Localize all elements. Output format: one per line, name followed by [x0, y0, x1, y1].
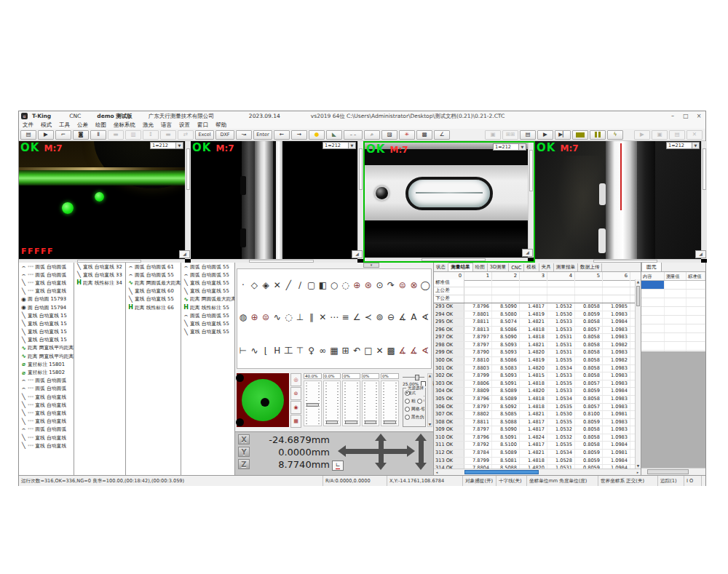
tool-angle-dim-3-icon[interactable]: ∢ — [420, 346, 430, 356]
feature-item[interactable]: ╲直线 自动直线 15 — [19, 319, 74, 327]
camera-3-vscrollbar[interactable] — [528, 143, 534, 258]
feature-item[interactable]: ╲***直线 自动直线 — [19, 418, 74, 426]
tool-intersection-icon[interactable]: ✕ — [272, 280, 282, 290]
feature-item[interactable]: ◉圆 自动圆 15794 — [19, 303, 74, 311]
tool-circle-move-auto-icon[interactable]: ⊗ — [408, 280, 419, 290]
tool-point-icon[interactable]: · — [238, 280, 248, 290]
feature-item[interactable]: ╲直线 自动直线 60 — [126, 287, 181, 295]
feature-item[interactable]: ╲***直线 自动直线 — [19, 442, 74, 450]
table-row[interactable]: 306 OK7.87978.50921.48181.05350.80571.09… — [434, 404, 635, 412]
tab-夹具[interactable]: 夹具 — [539, 263, 554, 271]
feature-item[interactable]: ╲***直线 自动直线 — [19, 287, 74, 295]
tool-arc-icon[interactable]: ↷ — [386, 280, 396, 290]
menu-item-窗口[interactable]: 窗口 — [194, 121, 212, 129]
feature-item[interactable]: ╲直线 自动直线 55 — [126, 295, 181, 303]
tool-circle-move-icon[interactable]: ⊜ — [397, 280, 408, 290]
scroll-up-icon[interactable]: ▲ — [636, 279, 641, 284]
feature-item[interactable]: ⌀直径标注 15801 — [19, 360, 74, 368]
scroll-thumb[interactable] — [529, 150, 533, 191]
camera-3-hscrollbar[interactable] — [365, 258, 528, 261]
slider-thumb[interactable] — [306, 403, 319, 407]
tool-line-icon[interactable]: ╱ — [283, 280, 293, 290]
table-row[interactable]: 298 OK7.87978.50931.48211.05310.80581.09… — [434, 342, 635, 350]
camera-1-vscrollbar[interactable] — [185, 141, 191, 259]
grid-mode-icon[interactable]: ▦ — [290, 415, 301, 428]
path-teach-button[interactable]: ⌐ — [55, 130, 71, 140]
collapse-button[interactable]: ▾ — [363, 263, 379, 268]
feature-item[interactable]: ╲直线 自动直线 55 — [181, 328, 234, 336]
feature-item[interactable]: ╲直线 自动直线 33 — [74, 271, 125, 279]
element-hscrollbar[interactable] — [641, 468, 705, 475]
camera-2-vscrollbar[interactable] — [357, 141, 363, 259]
excel-export-button[interactable]: Excel — [195, 130, 214, 140]
play-to-end-button[interactable]: ▶▏ — [555, 130, 571, 140]
dashes-button[interactable]: – – — [344, 130, 363, 140]
tool-target-big-icon[interactable]: ⊕ — [249, 312, 259, 322]
feature-item[interactable]: ∿距离 两直线平均距离 — [19, 352, 74, 360]
tool-calculator-icon[interactable]: ▦ — [329, 346, 339, 356]
element-row[interactable] — [641, 342, 705, 351]
tool-closed-spline-icon[interactable]: ◌ — [283, 312, 293, 322]
tab-CNC[interactable]: CNC — [509, 264, 524, 271]
feature-item[interactable]: ⌢圆弧 自动圆弧 55 — [181, 263, 234, 271]
feature-item[interactable]: ╲***直线 自动直线 — [19, 393, 74, 401]
tool-multi-line-icon[interactable]: ≡ — [341, 312, 351, 322]
menu-item-绘图[interactable]: 绘图 — [92, 121, 110, 129]
light-channel-slider[interactable]: 40.0% — [303, 373, 323, 427]
table-row[interactable]: 300 OK7.88108.50861.48191.05350.80581.09… — [434, 357, 635, 365]
tool-ellipse-scan-icon[interactable]: ◍ — [238, 312, 248, 322]
tool-rectangle-icon[interactable]: ▢ — [306, 280, 317, 290]
tool-corner-distance-icon[interactable]: ⌊ — [261, 346, 271, 356]
pseudo-radio[interactable] — [405, 415, 410, 420]
camera-view-2[interactable]: OK M:7 1=212▼ ◢ — [191, 141, 363, 263]
menu-item-语言[interactable]: 语言 — [157, 121, 175, 129]
tool-wave-curve-icon[interactable]: ∿ — [272, 312, 282, 322]
tool-angle-measure-icon[interactable]: ∡ — [397, 312, 408, 322]
joystick-toggle-button[interactable]: ∟ — [332, 461, 344, 471]
arrow-left-button[interactable]: ← — [274, 130, 290, 140]
menu-item-模式[interactable]: 模式 — [37, 121, 55, 129]
matrix-code-button[interactable]: ▩ — [416, 130, 432, 140]
feature-item[interactable]: ⌢***圆弧 自动圆弧 — [19, 426, 74, 434]
menu-item-公差[interactable]: 公差 — [74, 121, 92, 129]
tab-测量结果[interactable]: 测量结果 — [448, 263, 472, 271]
tool-target-dense-icon[interactable]: ⊜ — [261, 312, 271, 322]
feature-item[interactable]: ╲直线 自动直线 15 — [19, 328, 74, 336]
tool-perpendicular-line-icon[interactable]: ⊥ — [295, 312, 305, 322]
minimize-button[interactable]: – — [666, 113, 679, 119]
magnifier-button[interactable]: ⌕ — [364, 130, 380, 140]
xy-jog-vertical-arrow[interactable] — [379, 441, 384, 463]
results-vscrollbar[interactable]: ▲ ▼ — [635, 279, 641, 469]
tool-grid-table-icon[interactable]: ▩ — [386, 346, 396, 356]
tab-状态[interactable]: 状态 — [434, 263, 448, 271]
slider-thumb[interactable] — [415, 375, 419, 380]
camera-2-resize-icon[interactable]: ◢ — [352, 250, 363, 258]
tool-angle-base-icon[interactable]: ∢ — [420, 312, 430, 322]
scroll-thumb[interactable] — [359, 148, 363, 190]
tool-angle-dim-2-icon[interactable]: ∡ — [408, 346, 419, 356]
camera-3-zoom-select[interactable]: 1=212▼ — [493, 143, 526, 151]
open-program-button[interactable]: ▶ — [38, 130, 54, 140]
arrow-right-button[interactable]: → — [291, 130, 307, 140]
z-jog-arrow[interactable] — [419, 441, 424, 463]
new-file-button[interactable]: ▤ — [20, 130, 36, 140]
tool-circle-combine-icon[interactable]: ⊚ — [375, 312, 385, 322]
light-bulb-button[interactable]: ● — [309, 130, 325, 140]
camera-4-zoom-select[interactable]: 1=212▼ — [666, 142, 700, 149]
feature-item[interactable]: ╲直线 自动直线 15 — [19, 336, 74, 344]
tool-circle-icon[interactable]: ○ — [329, 280, 339, 290]
element-row[interactable] — [641, 333, 705, 342]
camera-4-resize-icon[interactable]: ◢ — [695, 250, 706, 258]
tool-vertical-dimension-icon[interactable]: ⊤ — [295, 346, 305, 356]
tool-circle-target-auto-icon[interactable]: ⊛ — [363, 280, 373, 290]
light-channel-slider[interactable]: 0% — [380, 373, 400, 427]
enter-button[interactable]: Enter — [253, 130, 272, 140]
laser-star-button[interactable]: ✳ — [399, 130, 415, 140]
tool-i-dimension-icon[interactable]: 工 — [283, 345, 293, 357]
tool-delete-icon[interactable]: ✕ — [375, 346, 385, 356]
tool-select-rect-icon[interactable]: □ — [363, 346, 373, 356]
standard-radio[interactable] — [405, 391, 410, 396]
tool-copy-icon[interactable]: ⊞ — [341, 346, 351, 356]
tool-circle-flat-icon[interactable]: ⊖ — [386, 312, 396, 322]
camera-3-resize-icon[interactable]: ◢ — [522, 249, 533, 257]
